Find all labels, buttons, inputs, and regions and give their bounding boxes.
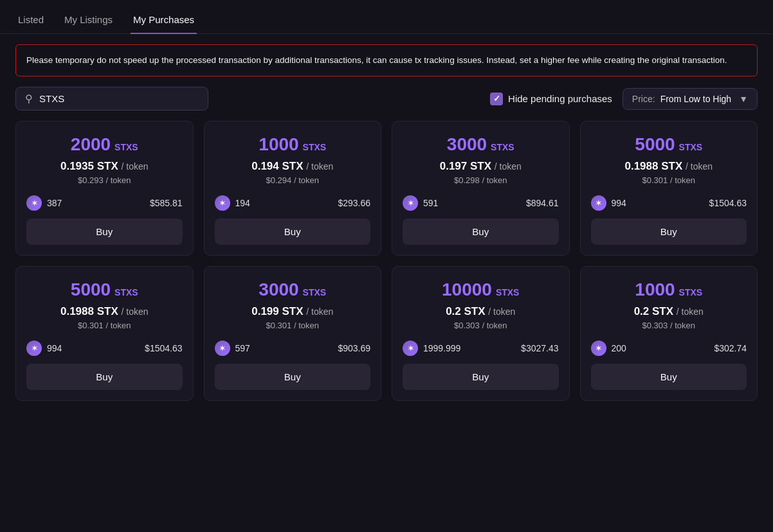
token-count: 5000 — [635, 134, 675, 155]
card-stx-price: 0.199 STX / token — [215, 305, 371, 318]
card-token-amount: 1000 STXS — [591, 279, 747, 300]
card-usd-price: $0.301 / token — [591, 175, 747, 185]
price-filter-value: From Low to High — [660, 94, 731, 104]
card-amount-num: 1999.999 — [423, 343, 460, 353]
token-name: STXS — [303, 287, 327, 297]
card-token-amount: 2000 STXS — [26, 134, 183, 155]
card-stx-price: 0.1935 STX / token — [26, 160, 183, 173]
controls-row: ⚲ Hide pending purchases Price: From Low… — [0, 87, 773, 111]
stx-icon: ✶ — [403, 195, 418, 211]
card-icon-badge: ✶ 591 — [403, 195, 438, 211]
buy-button[interactable]: Buy — [591, 218, 747, 245]
token-count: 1000 — [259, 134, 298, 155]
card-usd-price: $0.294 / token — [215, 175, 371, 185]
token-count: 2000 — [71, 134, 111, 155]
card-footer: ✶ 597 $903.69 — [215, 341, 371, 356]
hide-pending-checkbox[interactable] — [490, 93, 503, 105]
stx-icon: ✶ — [591, 341, 606, 356]
token-name: STXS — [679, 287, 703, 297]
search-input[interactable] — [39, 93, 199, 104]
card-stx-price: 0.2 STX / token — [591, 305, 747, 318]
card-usd-price: $0.301 / token — [215, 321, 371, 330]
card-icon-badge: ✶ 1999.999 — [403, 341, 460, 356]
token-count: 3000 — [259, 279, 298, 300]
card-token-amount: 10000 STXS — [403, 279, 559, 300]
stx-icon: ✶ — [26, 195, 42, 211]
hide-pending-toggle[interactable]: Hide pending purchases — [490, 93, 612, 105]
tab-listed[interactable]: Listed — [15, 9, 46, 34]
card-amount-num: 597 — [235, 343, 250, 353]
card-footer: ✶ 387 $585.81 — [26, 195, 183, 211]
search-icon: ⚲ — [25, 93, 33, 105]
card-usd-price: $0.293 / token — [26, 175, 183, 185]
price-filter-dropdown[interactable]: Price: From Low to High ▼ — [623, 88, 758, 110]
card-amount-num: 194 — [235, 198, 250, 208]
token-name: STXS — [114, 287, 138, 297]
slash-token: / token — [495, 161, 522, 172]
card-token-amount: 5000 STXS — [26, 279, 183, 300]
card-usd-price: $0.303 / token — [591, 321, 747, 330]
slash-token: / token — [121, 306, 148, 317]
buy-button[interactable]: Buy — [26, 218, 183, 245]
card-amount-num: 591 — [423, 198, 438, 208]
token-name: STXS — [303, 142, 327, 152]
card-usd-value: $1504.63 — [709, 198, 747, 208]
listing-card: 10000 STXS 0.2 STX / token $0.303 / toke… — [392, 266, 570, 401]
listing-card: 1000 STXS 0.194 STX / token $0.294 / tok… — [204, 121, 382, 256]
slash-token: / token — [306, 161, 333, 172]
stx-icon: ✶ — [591, 195, 606, 211]
slash-token: / token — [686, 161, 713, 172]
card-footer: ✶ 994 $1504.63 — [591, 195, 747, 211]
card-footer: ✶ 194 $293.66 — [215, 195, 371, 211]
card-footer: ✶ 200 $302.74 — [591, 341, 747, 356]
card-usd-value: $903.69 — [338, 343, 370, 353]
buy-button[interactable]: Buy — [26, 364, 183, 390]
card-token-amount: 3000 STXS — [215, 279, 371, 300]
card-icon-badge: ✶ 597 — [215, 341, 250, 356]
card-token-amount: 1000 STXS — [215, 134, 371, 155]
slash-token: / token — [677, 306, 704, 317]
card-stx-price: 0.1988 STX / token — [26, 305, 183, 318]
card-usd-value: $293.66 — [338, 198, 370, 208]
listing-card: 5000 STXS 0.1988 STX / token $0.301 / to… — [15, 266, 194, 401]
tab-bar: Listed My Listings My Purchases — [0, 0, 773, 34]
card-footer: ✶ 1999.999 $3027.43 — [403, 341, 559, 356]
price-filter-label: Price: — [632, 94, 655, 104]
card-usd-value: $1504.63 — [145, 343, 182, 353]
token-count: 1000 — [635, 279, 675, 300]
token-name: STXS — [491, 142, 514, 152]
card-stx-price: 0.194 STX / token — [215, 160, 371, 173]
buy-button[interactable]: Buy — [215, 218, 371, 245]
card-amount-num: 387 — [47, 198, 62, 208]
listing-card: 1000 STXS 0.2 STX / token $0.303 / token… — [580, 266, 758, 401]
buy-button[interactable]: Buy — [403, 218, 559, 245]
stx-icon: ✶ — [26, 341, 42, 356]
card-usd-value: $3027.43 — [521, 343, 558, 353]
stx-icon: ✶ — [215, 341, 230, 356]
tab-my-listings[interactable]: My Listings — [62, 9, 115, 34]
card-icon-badge: ✶ 994 — [26, 341, 62, 356]
card-icon-badge: ✶ 387 — [26, 195, 62, 211]
buy-button[interactable]: Buy — [591, 364, 747, 390]
listing-card: 2000 STXS 0.1935 STX / token $0.293 / to… — [15, 121, 194, 256]
slash-token: / token — [121, 161, 148, 172]
card-usd-value: $302.74 — [714, 343, 747, 353]
hide-pending-label: Hide pending purchases — [508, 93, 612, 104]
listing-card: 5000 STXS 0.1988 STX / token $0.301 / to… — [580, 121, 758, 256]
tab-my-purchases[interactable]: My Purchases — [131, 9, 197, 34]
token-count: 5000 — [71, 279, 111, 300]
card-stx-price: 0.2 STX / token — [403, 305, 559, 318]
card-icon-badge: ✶ 994 — [591, 195, 626, 211]
card-usd-price: $0.298 / token — [403, 175, 559, 185]
token-name: STXS — [114, 142, 138, 152]
stx-icon: ✶ — [215, 195, 230, 211]
cards-grid: 2000 STXS 0.1935 STX / token $0.293 / to… — [0, 121, 773, 416]
buy-button[interactable]: Buy — [215, 364, 371, 390]
slash-token: / token — [488, 306, 515, 317]
card-usd-price: $0.301 / token — [26, 321, 183, 330]
token-count: 10000 — [442, 279, 492, 300]
buy-button[interactable]: Buy — [403, 364, 559, 390]
card-usd-value: $894.61 — [526, 198, 559, 208]
card-stx-price: 0.1988 STX / token — [591, 160, 747, 173]
card-footer: ✶ 994 $1504.63 — [26, 341, 183, 356]
